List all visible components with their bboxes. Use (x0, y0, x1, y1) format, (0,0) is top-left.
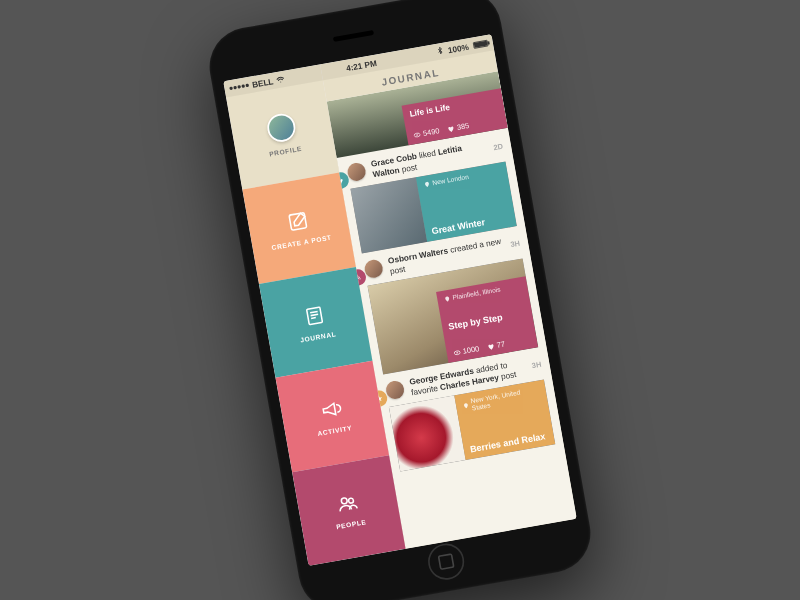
post-title: Berries and Relax (469, 431, 548, 454)
menu-label: Profile (269, 145, 303, 158)
location-label: New London (423, 167, 501, 188)
avatar[interactable] (363, 258, 384, 279)
hero-title: Life is Life (409, 94, 497, 118)
compose-icon (285, 208, 312, 235)
svg-point-5 (416, 134, 418, 136)
journal-icon (301, 302, 328, 329)
home-button[interactable] (425, 541, 467, 583)
post-image (389, 395, 465, 471)
screen: BELL 4:21 PM 100% Profile (223, 34, 577, 566)
location-label: New York, United States (461, 386, 541, 414)
timestamp: 2D (493, 142, 504, 152)
avatar[interactable] (385, 380, 406, 401)
phone-frame: BELL 4:21 PM 100% Profile (203, 0, 596, 600)
signal-dots-icon (229, 84, 249, 91)
carrier-label: BELL (251, 76, 274, 89)
menu-label: Activity (317, 424, 353, 437)
timestamp: 3H (531, 360, 542, 370)
svg-point-2 (341, 498, 348, 505)
bluetooth-icon (437, 46, 444, 57)
post-title: Step by Step (448, 308, 527, 331)
menu-item-activity[interactable]: Activity (276, 361, 389, 472)
menu-label: People (336, 519, 367, 532)
views-stat: 1000 (452, 344, 479, 357)
menu-label: Journal (300, 330, 337, 344)
menu-item-people[interactable]: People (292, 455, 405, 566)
svg-rect-1 (307, 307, 323, 324)
avatar[interactable] (346, 161, 367, 182)
timestamp: 3H (510, 239, 521, 249)
svg-point-9 (456, 352, 458, 354)
svg-point-3 (348, 498, 354, 504)
menu-label: Create a Post (271, 234, 332, 252)
post-image (350, 177, 426, 253)
menu-item-create-post[interactable]: Create a Post (242, 173, 355, 284)
people-icon (334, 490, 361, 517)
wifi-icon (276, 74, 286, 84)
clock-label: 4:21 PM (345, 58, 377, 72)
battery-icon (473, 40, 489, 49)
avatar (265, 111, 297, 143)
megaphone-icon (318, 396, 345, 423)
post-panel: New York, United StatesBerries and Relax (454, 380, 555, 460)
menu-item-journal[interactable]: Journal (259, 267, 372, 378)
likes-stat: 77 (486, 340, 505, 351)
app-root: Profile Create a Post Journal (223, 34, 577, 566)
battery-label: 100% (447, 42, 469, 55)
